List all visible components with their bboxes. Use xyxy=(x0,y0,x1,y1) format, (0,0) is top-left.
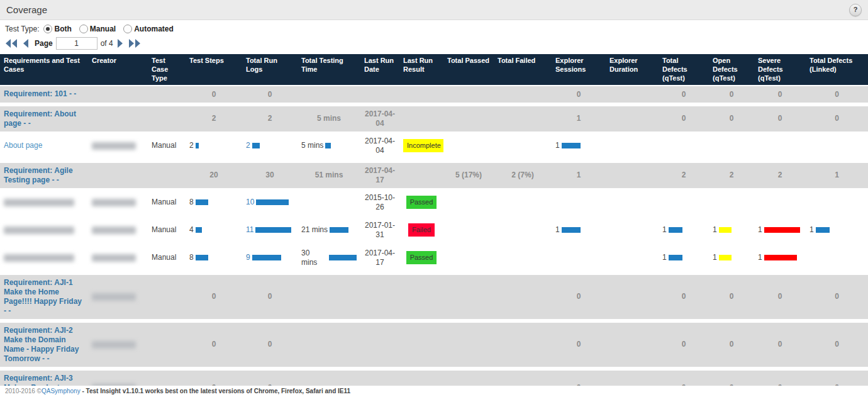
value-bar xyxy=(562,143,581,148)
column-header-1: Creator xyxy=(88,54,148,85)
prev-page-button[interactable] xyxy=(22,38,30,48)
cell-last-run-date: 2017-04-04 xyxy=(364,137,396,155)
footer-version-text: - Test Insight v1.10.1 works best on the… xyxy=(81,388,350,394)
requirement-link[interactable]: Requirement: AJI-1 Make the Home Page!!!… xyxy=(4,278,82,315)
page-input[interactable] xyxy=(56,37,97,50)
creator-cell xyxy=(88,188,148,216)
cell-total-failed: 2 (7%) xyxy=(511,171,533,180)
value-bar xyxy=(329,255,357,260)
value-bar xyxy=(256,199,289,205)
cell-open-defects-qtest: 2 xyxy=(730,171,734,180)
cell-last-run-date: 2015-10-26 xyxy=(364,193,396,212)
title-bar: Coverage ? xyxy=(0,0,868,20)
radio-label-both: Both xyxy=(54,25,71,33)
cell-total-testing-time: 5 mins xyxy=(317,114,341,123)
column-header-8: Total Passed xyxy=(443,54,494,85)
cell-severe-defects-qtest: 0 xyxy=(778,90,782,99)
requirement-link[interactable]: Requirement: AJI-2 Make the Domain Name … xyxy=(4,326,79,363)
value-bar xyxy=(255,227,291,233)
footer-company-link[interactable]: QASymphony xyxy=(42,388,81,394)
cell-total-run-logs: 30 xyxy=(265,171,274,180)
last-run-result-badge: Passed xyxy=(406,251,437,265)
redacted-text xyxy=(92,341,136,349)
cell-explorer-sessions: 0 xyxy=(577,90,581,99)
creator-cell xyxy=(88,85,148,102)
cell-total-run-logs[interactable]: 9 xyxy=(246,253,250,262)
requirement-row: Requirement: 101 - -0000000 xyxy=(0,85,868,102)
radio-option-manual[interactable]: Manual xyxy=(79,25,116,33)
radio-icon-manual[interactable] xyxy=(79,25,88,33)
page-label: Page xyxy=(35,39,53,48)
radio-option-both[interactable]: Both xyxy=(43,25,71,33)
cell-test-steps: 20 xyxy=(209,171,218,180)
last-run-result-badge: Passed xyxy=(406,196,437,210)
cell-total-run-logs[interactable]: 10 xyxy=(246,198,254,207)
value-bar xyxy=(196,227,202,233)
value-bar xyxy=(330,227,348,233)
radio-option-automated[interactable]: Automated xyxy=(123,25,174,33)
cell-total-defects-qtest: 1 xyxy=(662,253,667,262)
cell-last-run-date: 2017-04-17 xyxy=(364,166,396,185)
cell-explorer-sessions: 1 xyxy=(555,225,560,235)
cell-total-testing-time: 5 mins xyxy=(301,141,323,150)
cell-total-testing-time: 51 mins xyxy=(315,171,343,180)
cell-test-steps: 4 xyxy=(189,225,194,235)
cell-test-steps: 2 xyxy=(212,114,216,123)
last-page-button[interactable] xyxy=(127,38,141,48)
cell-total-run-logs[interactable]: 11 xyxy=(246,225,253,235)
cell-total-defects-linked: 0 xyxy=(835,340,839,349)
redacted-text xyxy=(4,254,74,262)
redacted-text xyxy=(92,226,136,234)
last-run-result-badge: Failed xyxy=(408,223,435,237)
requirement-link[interactable]: Requirement: About page - - xyxy=(4,109,76,128)
cell-total-defects-linked: 0 xyxy=(835,292,839,301)
value-bar xyxy=(669,255,682,260)
cell-total-defects-linked: 1 xyxy=(810,225,814,235)
value-bar xyxy=(252,255,281,260)
cell-total-defects-qtest: 0 xyxy=(682,292,686,301)
column-header-5: Total Testing Time xyxy=(298,54,360,85)
cell-last-run-date: 2017-04-17 xyxy=(364,249,396,267)
radio-icon-automated[interactable] xyxy=(123,25,132,33)
table-header-row: Requirements and Test CasesCreatorTest C… xyxy=(0,54,868,85)
double-left-arrow-icon xyxy=(5,38,19,48)
redacted-text xyxy=(92,254,136,262)
requirement-link[interactable]: Requirement: 101 - - xyxy=(4,89,76,98)
page-title: Coverage xyxy=(6,4,47,15)
value-bar xyxy=(325,143,331,148)
value-bar xyxy=(196,143,199,148)
column-header-7: Last Run Result xyxy=(399,54,443,85)
cell-explorer-sessions: 1 xyxy=(555,141,560,150)
test-case-type-value: Manual xyxy=(152,141,176,150)
radio-icon-both[interactable] xyxy=(43,25,52,33)
first-page-button[interactable] xyxy=(5,38,19,48)
cell-total-run-logs: 0 xyxy=(268,340,272,349)
column-header-14: Severe Defects (qTest) xyxy=(754,54,806,85)
column-header-4: Total Run Logs xyxy=(242,54,298,85)
cell-total-defects-qtest: 0 xyxy=(682,114,686,123)
cell-test-steps: 2 xyxy=(189,141,194,150)
value-bar xyxy=(562,227,581,233)
value-bar xyxy=(816,227,830,233)
cell-severe-defects-qtest: 0 xyxy=(778,292,782,301)
cell-open-defects-qtest: 0 xyxy=(730,340,734,349)
column-header-10: Explorer Sessions xyxy=(552,54,606,85)
coverage-table: Requirements and Test CasesCreatorTest C… xyxy=(0,54,868,397)
value-bar xyxy=(764,227,800,233)
testcase-row: Manual8102015-10-26Passed xyxy=(0,188,868,216)
requirement-row: Requirement: AJI-2 Make the Domain Name … xyxy=(0,319,868,367)
page-total-label: of 4 xyxy=(101,39,113,48)
testcase-row: Manual8930 mins2017-04-17Passed111 xyxy=(0,243,868,271)
testcase-link[interactable]: About page xyxy=(4,141,42,150)
requirement-link[interactable]: Requirement: Agile Testing page - - xyxy=(4,166,73,184)
help-icon[interactable]: ? xyxy=(849,4,862,16)
value-bar xyxy=(196,199,208,205)
cell-open-defects-qtest: 1 xyxy=(713,225,717,235)
test-type-label: Test Type: xyxy=(5,25,39,33)
cell-total-run-logs[interactable]: 2 xyxy=(246,141,250,150)
next-page-button[interactable] xyxy=(116,38,124,48)
last-run-result-badge: Incomplete xyxy=(403,139,443,153)
cell-total-defects-qtest: 0 xyxy=(682,340,686,349)
redacted-text xyxy=(92,293,136,301)
creator-cell xyxy=(88,243,148,271)
